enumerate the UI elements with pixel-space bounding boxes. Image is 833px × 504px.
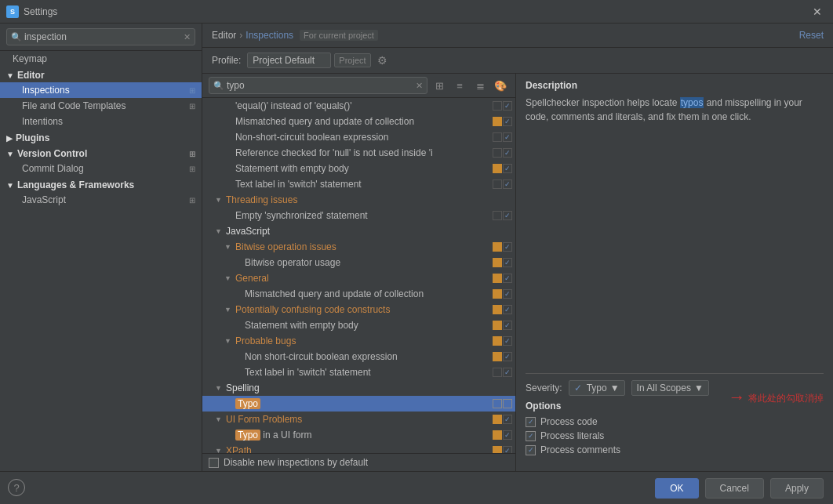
js-action-icon: ⊞ bbox=[189, 196, 195, 205]
process-literals-checkbox[interactable] bbox=[526, 431, 536, 441]
sidebar-item-keymap[interactable]: Keymap bbox=[0, 51, 202, 67]
reset-button[interactable]: Reset bbox=[799, 30, 824, 41]
tree-item-typo-ui[interactable]: Typo in a UI form ✓ bbox=[202, 427, 515, 443]
color-button[interactable]: 🎨 bbox=[492, 77, 509, 94]
inspections-action-icon: ⊞ bbox=[189, 86, 195, 95]
tree-item-text-label-1[interactable]: Text label in 'switch' statement ✓ bbox=[202, 176, 515, 192]
process-comments-checkbox[interactable] bbox=[526, 445, 536, 455]
severity-chevron: ▼ bbox=[610, 383, 620, 393]
sidebar-item-file-code-templates[interactable]: File and Code Templates ⊞ bbox=[0, 98, 202, 114]
main-container: 🔍 ✕ Keymap Editor Inspections ⊞ File and… bbox=[0, 24, 833, 504]
sidebar-item-version-control[interactable]: Version Control ⊞ bbox=[0, 145, 202, 161]
bottom-bar: OK Cancel Apply bbox=[0, 471, 833, 504]
breadcrumb-editor: Editor bbox=[212, 30, 236, 41]
tree-item-potentially-cat[interactable]: ▼ Potentially confusing code constructs … bbox=[202, 302, 515, 317]
gear-icon[interactable]: ⚙ bbox=[377, 54, 387, 67]
vc-triangle bbox=[6, 150, 14, 158]
sidebar-item-intentions[interactable]: Intentions bbox=[0, 114, 202, 129]
profile-row: Profile: Project Default Project ⚙ bbox=[202, 48, 833, 74]
process-code-label: Process code bbox=[540, 416, 598, 427]
sidebar-search-area: 🔍 ✕ bbox=[0, 24, 202, 51]
ok-button[interactable]: OK bbox=[655, 478, 698, 499]
tree-item-equal[interactable]: 'equal()' instead of 'equals()' ✓ bbox=[202, 98, 515, 114]
search-icon: 🔍 bbox=[213, 81, 224, 91]
process-literals-row: Process literals bbox=[526, 430, 824, 441]
tree-item-bitwise-cat[interactable]: ▼ Bitwise operation issues ✓ bbox=[202, 239, 515, 255]
severity-value: Typo bbox=[587, 383, 607, 393]
tree-item-non-short-1[interactable]: Non-short-circuit boolean expression ✓ bbox=[202, 129, 515, 145]
sidebar-item-commit-dialog[interactable]: Commit Dialog ⊞ bbox=[0, 161, 202, 176]
breadcrumb-sep: › bbox=[239, 30, 242, 41]
filter-button[interactable]: ⊞ bbox=[431, 77, 448, 94]
cancel-button[interactable]: Cancel bbox=[705, 478, 764, 499]
inspection-tree: 'equal()' instead of 'equals()' ✓ Mism bbox=[202, 98, 515, 453]
tree-item-reference[interactable]: Reference checked for 'null' is not used… bbox=[202, 145, 515, 161]
sidebar-item-editor[interactable]: Editor bbox=[0, 67, 202, 82]
process-code-row: Process code bbox=[526, 416, 824, 427]
apply-button[interactable]: Apply bbox=[770, 478, 824, 499]
tree-item-statement-2[interactable]: Statement with empty body ✓ bbox=[202, 317, 515, 333]
disable-checkbox[interactable] bbox=[209, 458, 219, 468]
annotation-text: 将此处的勾取消掉 bbox=[748, 392, 824, 405]
typo-ui-highlight: Typo bbox=[235, 430, 260, 441]
list-toolbar: 🔍 ✕ ⊞ ≡ ≣ 🎨 bbox=[202, 74, 515, 98]
sidebar-item-javascript[interactable]: JavaScript ⊞ bbox=[0, 192, 202, 208]
inspection-search-input[interactable] bbox=[209, 77, 427, 94]
tree-item-javascript-cat[interactable]: ▼ JavaScript bbox=[202, 223, 515, 239]
project-tag: Project bbox=[334, 53, 370, 67]
tree-item-probable-cat[interactable]: ▼ Probable bugs ✓ bbox=[202, 333, 515, 349]
tree-item-text-label-2[interactable]: Text label in 'switch' statement ✓ bbox=[202, 364, 515, 380]
desc-text-before: Spellchecker inspection helps locate bbox=[526, 97, 680, 108]
disable-inspections-row: Disable new inspections by default bbox=[202, 453, 515, 471]
sidebar-search-clear[interactable]: ✕ bbox=[184, 32, 191, 42]
split-area: 🔍 ✕ ⊞ ≡ ≣ 🎨 bbox=[202, 74, 833, 471]
tree-item-empty-sync[interactable]: Empty 'synchronized' statement ✓ bbox=[202, 208, 515, 223]
scope-chevron: ▼ bbox=[694, 383, 704, 393]
lang-triangle bbox=[6, 181, 14, 190]
help-button[interactable]: ? bbox=[8, 479, 25, 496]
tree-item-uiform-cat[interactable]: ▼ UI Form Problems ✓ bbox=[202, 412, 515, 427]
app-icon: S bbox=[6, 5, 19, 18]
sidebar-item-inspections[interactable]: Inspections ⊞ bbox=[0, 82, 202, 98]
process-literals-label: Process literals bbox=[540, 430, 604, 441]
help-icon: ? bbox=[13, 482, 19, 494]
editor-triangle bbox=[6, 71, 14, 80]
collapse-button[interactable]: ≣ bbox=[471, 77, 489, 94]
process-code-checkbox[interactable] bbox=[526, 417, 536, 427]
process-comments-row: Process comments bbox=[526, 444, 824, 455]
for-current-project[interactable]: For current project bbox=[300, 30, 378, 41]
right-panel: Editor › Inspections For current project… bbox=[202, 24, 833, 471]
tree-item-threading[interactable]: ▼ Threading issues bbox=[202, 192, 515, 208]
sidebar-item-languages[interactable]: Languages & Frameworks bbox=[0, 176, 202, 192]
tree-item-general-cat[interactable]: ▼ General ✓ bbox=[202, 270, 515, 286]
breadcrumb-inspections: Inspections bbox=[246, 30, 293, 41]
scope-value: In All Scopes bbox=[637, 383, 691, 393]
panel-header: Editor › Inspections For current project… bbox=[202, 24, 833, 48]
sidebar-item-plugins[interactable]: Plugins bbox=[0, 129, 202, 145]
process-comments-label: Process comments bbox=[540, 444, 620, 455]
search-clear-icon[interactable]: ✕ bbox=[416, 81, 423, 91]
search-icon: 🔍 bbox=[11, 32, 22, 42]
divider bbox=[526, 373, 824, 374]
tree-item-statement-1[interactable]: Statement with empty body ✓ bbox=[202, 161, 515, 176]
search-input-wrap: 🔍 ✕ bbox=[209, 77, 427, 94]
profile-dropdown[interactable]: Project Default bbox=[247, 53, 331, 68]
profile-select: Project Default Project bbox=[247, 53, 370, 68]
expand-button[interactable]: ≡ bbox=[451, 77, 468, 94]
sidebar-search-input[interactable] bbox=[6, 28, 195, 45]
sidebar: 🔍 ✕ Keymap Editor Inspections ⊞ File and… bbox=[0, 24, 202, 471]
sidebar-search-wrapper: 🔍 ✕ bbox=[6, 28, 195, 45]
vc-actions: ⊞ bbox=[189, 150, 195, 158]
tree-item-bitwise-usage[interactable]: Bitwise operator usage ✓ bbox=[202, 255, 515, 270]
severity-dropdown[interactable]: ✓ Typo ▼ bbox=[569, 380, 625, 396]
tree-item-xpath-cat[interactable]: ▼ XPath ✓ bbox=[202, 443, 515, 453]
tree-item-mismatched-2[interactable]: Mismatched query and update of collectio… bbox=[202, 286, 515, 302]
close-button[interactable]: ✕ bbox=[808, 4, 827, 20]
tree-item-typo[interactable]: Typo bbox=[202, 396, 515, 412]
tree-item-spelling-cat[interactable]: ▼ Spelling bbox=[202, 380, 515, 396]
typo-highlight: Typo bbox=[235, 398, 260, 409]
scope-dropdown[interactable]: In All Scopes ▼ bbox=[631, 380, 709, 396]
tree-item-mismatched-1[interactable]: Mismatched query and update of collectio… bbox=[202, 114, 515, 129]
annotation: ← 将此处的勾取消掉 bbox=[728, 388, 824, 408]
tree-item-non-short-2[interactable]: Non short-circuit boolean expression ✓ bbox=[202, 349, 515, 364]
